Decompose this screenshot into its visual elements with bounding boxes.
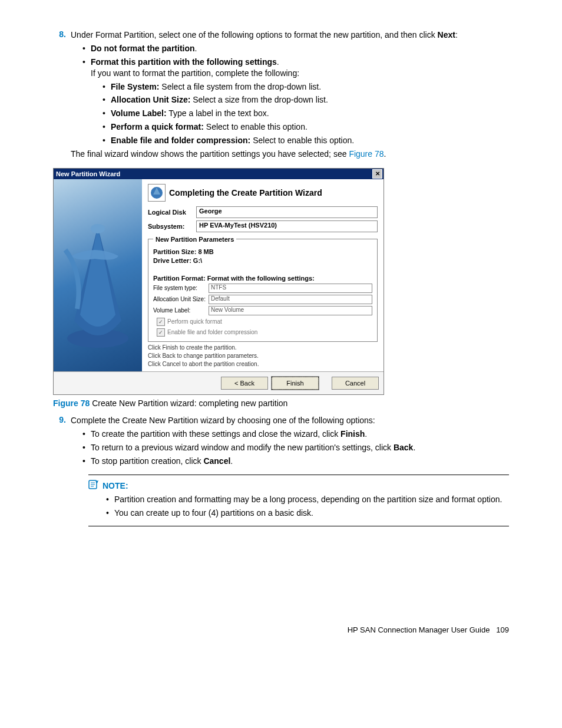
figure-number: Figure 78 — [53, 398, 90, 408]
opt2c: . — [413, 443, 415, 452]
opt1a: To create the partition with these setti… — [91, 429, 340, 439]
file-system-type-label: File system type: — [153, 285, 206, 291]
sub-fs-desc: Select a file system from the drop-down … — [159, 82, 321, 91]
step-9-intro: Complete the Create New Partition wizard… — [71, 415, 509, 426]
sub-aus-label: Allocation Unit Size: — [111, 95, 190, 104]
step-8-final-b: . — [384, 149, 386, 159]
sub-comp-desc: Select to enable this option. — [250, 136, 354, 145]
wizard-icon — [148, 184, 166, 202]
step-9-opt-finish: To create the partition with these setti… — [82, 429, 509, 440]
step-8-intro: Under Format Partition, select one of th… — [71, 29, 509, 41]
sub-aus-desc: Select a size from the drop-down list. — [190, 95, 328, 104]
step-8-next-bold: Next — [438, 30, 455, 39]
opt1b: Finish — [340, 429, 365, 439]
allocation-unit-size-field[interactable]: Default — [209, 295, 372, 304]
subsystem-label: Subsystem: — [148, 223, 194, 230]
sub-compression: Enable file and folder compression: Sele… — [103, 135, 509, 146]
step-9-number: 9. — [53, 415, 66, 526]
sub-vol-desc: Type a label in the text box. — [167, 108, 269, 118]
back-button-label: < Back — [234, 380, 254, 387]
figure-78: New Partition Wizard ✕ Co — [53, 168, 509, 395]
checkbox-icon: ✓ — [157, 328, 165, 337]
sub-volume-label: Volume Label: Type a label in the text b… — [103, 108, 509, 119]
opt-format-settings: Format this partition with the following… — [82, 57, 509, 146]
opt2b: Back — [394, 443, 413, 452]
wizard-sidebar-graphic — [54, 179, 142, 371]
sub-fs-label: File System: — [111, 82, 159, 91]
wizard-heading: Completing the Create Partition Wizard — [169, 188, 322, 197]
sub-quick-desc: Select to enable this option. — [204, 122, 308, 131]
step-8-number: 8. — [53, 29, 66, 162]
opt2a: To return to a previous wizard window an… — [91, 443, 394, 452]
opt3a: To stop partition creation, click — [91, 456, 203, 466]
wizard-dialog: New Partition Wizard ✕ Co — [53, 168, 384, 395]
opt1c: . — [365, 429, 367, 439]
partition-format-heading: Partition Format: Format with the follow… — [153, 275, 372, 282]
sub-quick-format: Perform a quick format: Select to enable… — [103, 121, 509, 133]
parameters-legend: New Partition Parameters — [153, 236, 236, 243]
wizard-title: New Partition Wizard — [56, 170, 120, 177]
hint-finish: Click Finish to create the partition. — [148, 344, 378, 351]
close-icon[interactable]: ✕ — [372, 169, 382, 179]
step-8-final-a: The final wizard window shows the partit… — [71, 149, 349, 159]
sub-allocation-unit: Allocation Unit Size: Select a size from… — [103, 94, 509, 106]
logical-disk-field[interactable]: George — [196, 206, 378, 218]
opt3b: Cancel — [203, 456, 230, 466]
note-label: NOTE: — [103, 481, 128, 490]
step-8-intro-text: Under Format Partition, select one of th… — [71, 30, 438, 39]
wizard-titlebar: New Partition Wizard ✕ — [54, 169, 384, 179]
finish-button-label: Finish — [286, 380, 303, 387]
note-item-1: Partition creation and formatting may be… — [106, 494, 509, 505]
note-icon — [88, 480, 99, 492]
wizard-content: Completing the Create Partition Wizard L… — [142, 179, 384, 371]
compression-checkbox-row[interactable]: ✓ Enable file and folder compression — [157, 328, 372, 337]
footer-text: HP SAN Connection Manager User Guide — [348, 625, 490, 634]
back-button[interactable]: < Back — [221, 377, 268, 390]
hint-back: Click Back to change partition parameter… — [148, 353, 378, 359]
page-footer: HP SAN Connection Manager User Guide 109 — [348, 625, 509, 634]
quick-format-label: Perform quick format — [167, 318, 222, 325]
step-8-colon: : — [455, 30, 458, 39]
step-9-opt-back: To return to a previous wizard window an… — [82, 442, 509, 453]
file-system-type-field[interactable]: NTFS — [209, 284, 372, 293]
opt3c: . — [230, 456, 233, 466]
note-block: NOTE: Partition creation and formatting … — [88, 475, 509, 526]
note-item-2: You can create up to four (4) partitions… — [106, 508, 509, 519]
new-partition-parameters-group: New Partition Parameters Partition Size:… — [148, 236, 378, 342]
quick-format-checkbox-row[interactable]: ✓ Perform quick format — [157, 318, 372, 326]
finish-button[interactable]: Finish — [272, 377, 319, 390]
hint-cancel: Click Cancel to abort the partition crea… — [148, 361, 378, 367]
volume-label-field[interactable]: New Volume — [209, 306, 372, 315]
drive-letter: Drive Letter: G:\ — [153, 257, 372, 264]
wizard-footer: < Back Finish Cancel — [54, 371, 384, 394]
figure-caption-text: Create New Partition wizard: completing … — [90, 398, 287, 408]
logical-disk-label: Logical Disk — [148, 209, 194, 216]
footer-page-number: 109 — [496, 625, 509, 634]
svg-point-1 — [91, 224, 105, 233]
figure-caption: Figure 78 Create New Partition wizard: c… — [53, 398, 509, 408]
step-8-final: The final wizard window shows the partit… — [71, 149, 509, 160]
opt-format-settings-label: Format this partition with the following… — [91, 57, 277, 67]
opt-format-settings-desc: If you want to format the partition, com… — [91, 68, 299, 78]
subsystem-field[interactable]: HP EVA-MyTest (HSV210) — [196, 220, 378, 232]
cancel-button-label: Cancel — [345, 380, 365, 387]
sub-vol-label: Volume Label: — [111, 108, 167, 118]
step-9-opt-cancel: To stop partition creation, click Cancel… — [82, 456, 509, 467]
sub-comp-label: Enable file and folder compression: — [111, 136, 250, 145]
sub-file-system: File System: Select a file system from t… — [103, 81, 509, 93]
partition-size: Partition Size: 8 MB — [153, 248, 372, 255]
volume-label-label: Volume Label: — [153, 307, 206, 314]
checkbox-icon: ✓ — [157, 318, 165, 326]
allocation-unit-size-label: Allocation Unit Size: — [153, 296, 206, 302]
opt-do-not-format: Do not format the partition. — [82, 43, 509, 54]
cancel-button[interactable]: Cancel — [332, 377, 379, 390]
compression-label: Enable file and folder compression — [167, 329, 257, 335]
opt-do-not-format-label: Do not format the partition — [91, 44, 195, 53]
sub-quick-label: Perform a quick format: — [111, 122, 204, 131]
figure-78-link[interactable]: Figure 78 — [349, 149, 384, 159]
